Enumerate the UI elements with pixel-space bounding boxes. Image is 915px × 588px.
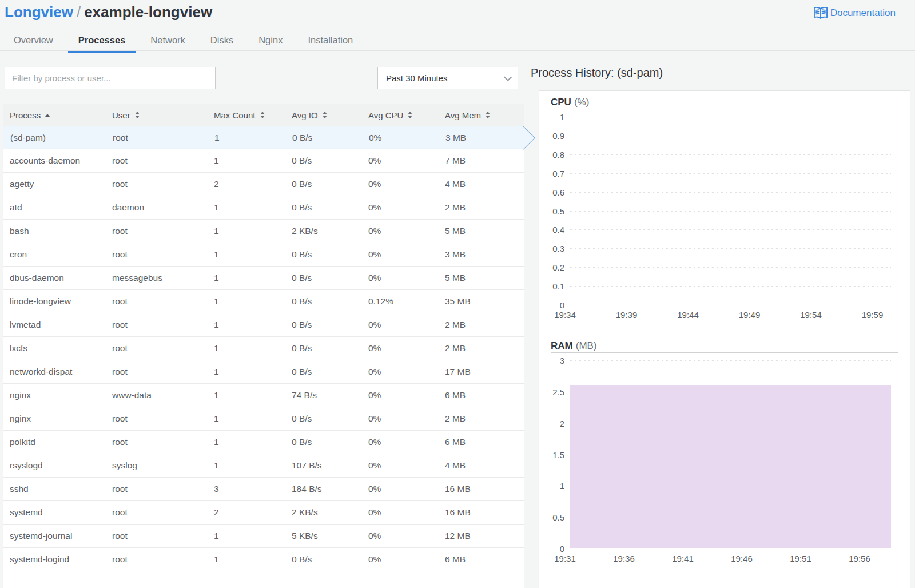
- cell-max_count: 1: [207, 390, 285, 400]
- table-row[interactable]: nginxwww-data174 B/s0%6 MB: [3, 384, 524, 407]
- cell-avg_mem: 4 MB: [438, 179, 517, 189]
- column-header-avg-mem[interactable]: Avg Mem: [438, 110, 517, 120]
- cell-user: www-data: [105, 390, 207, 400]
- triangle-up-icon: [45, 114, 50, 117]
- table-row[interactable]: polkitdroot10 B/s0%6 MB: [3, 431, 524, 454]
- cell-avg_io: 0 B/s: [285, 179, 361, 189]
- cell-user: root: [105, 156, 207, 166]
- cell-avg_io: 0 B/s: [285, 554, 361, 565]
- ram-chart-unit: (MB): [576, 340, 597, 352]
- table-row[interactable]: atddaemon10 B/s0%2 MB: [3, 196, 524, 220]
- y-tick-label: 0.4: [539, 225, 564, 235]
- table-row[interactable]: sshdroot3184 B/s0%16 MB: [3, 478, 524, 501]
- gridline: [570, 136, 891, 136]
- table-row[interactable]: linode-longviewroot10 B/s0.12%35 MB: [3, 290, 524, 313]
- x-tick-label: 19:41: [672, 554, 694, 563]
- cell-max_count: 3: [207, 484, 285, 494]
- cell-avg_cpu: 0%: [361, 390, 438, 400]
- table-row[interactable]: rsyslogdsyslog1107 B/s0%4 MB: [3, 454, 524, 478]
- tab-processes[interactable]: Processes: [68, 31, 136, 53]
- table-row[interactable]: bashroot12 KB/s0%5 MB: [3, 220, 524, 243]
- table-row[interactable]: agettyroot20 B/s0%4 MB: [3, 173, 524, 196]
- cell-user: messagebus: [105, 273, 207, 283]
- cell-avg_io: 0 B/s: [285, 273, 361, 283]
- cell-avg_io: 0 B/s: [285, 437, 361, 447]
- column-header-process[interactable]: Process: [3, 110, 105, 120]
- y-tick-label: 1: [539, 112, 564, 122]
- y-tick-label: 0.5: [539, 206, 564, 216]
- column-header-user[interactable]: User: [105, 110, 207, 120]
- cell-avg_io: 0 B/s: [285, 296, 361, 307]
- gridline: [570, 229, 891, 230]
- cell-max_count: 1: [207, 273, 285, 283]
- table-header-row: ProcessUserMax CountAvg IOAvg CPUAvg Mem: [3, 104, 524, 126]
- triangle-up-icon: [260, 112, 265, 114]
- x-tick-label: 19:39: [616, 310, 638, 320]
- cell-avg_cpu: 0%: [362, 133, 439, 143]
- tab-network[interactable]: Network: [140, 31, 196, 53]
- table-row[interactable]: systemdroot22 KB/s0%16 MB: [3, 501, 524, 525]
- cell-process: (sd-pam): [3, 133, 106, 143]
- table-row[interactable]: systemd-logindroot10 B/s0%6 MB: [3, 548, 524, 571]
- cell-max_count: 1: [207, 320, 285, 330]
- cell-avg_mem: 12 MB: [438, 531, 517, 541]
- sort-toggle-icon: [323, 112, 327, 118]
- y-tick-label: 0.2: [539, 263, 564, 272]
- cell-avg_cpu: 0%: [361, 156, 438, 166]
- cell-process: nginx: [3, 390, 105, 400]
- process-filter-input[interactable]: [5, 67, 216, 89]
- column-header-max-count[interactable]: Max Count: [207, 110, 285, 120]
- tab-overview[interactable]: Overview: [3, 31, 63, 53]
- gridline: [570, 117, 891, 117]
- column-label: Process: [10, 110, 41, 120]
- table-row[interactable]: (sd-pam)root10 B/s0%3 MB: [3, 126, 524, 149]
- tab-installation[interactable]: Installation: [297, 31, 363, 53]
- ram-x-axis: 19:3119:3619:4119:4619:5119:56: [565, 549, 910, 566]
- cell-user: root: [105, 226, 207, 236]
- table-row[interactable]: lxcfsroot10 B/s0%2 MB: [3, 337, 524, 360]
- cell-process: atd: [3, 202, 105, 213]
- y-tick-label: 1: [539, 481, 564, 491]
- documentation-label: Documentation: [830, 7, 896, 19]
- table-row[interactable]: accounts-daemonroot10 B/s0%7 MB: [3, 149, 524, 173]
- cell-avg_cpu: 0%: [361, 414, 438, 424]
- ram-chart-title: RAM: [551, 340, 573, 352]
- cell-avg_io: 0 B/s: [285, 133, 362, 143]
- cell-user: root: [105, 249, 207, 260]
- page-title: example-longview: [84, 3, 212, 21]
- cell-max_count: 2: [207, 507, 285, 518]
- cell-user: root: [106, 133, 208, 143]
- cell-process: systemd-journal: [3, 531, 105, 541]
- cell-avg_mem: 2 MB: [438, 202, 517, 213]
- table-body: (sd-pam)root10 B/s0%3 MBaccounts-daemonr…: [3, 126, 524, 571]
- cell-avg_io: 74 B/s: [285, 390, 361, 400]
- x-tick-label: 19:31: [554, 554, 576, 563]
- table-row[interactable]: systemd-journalroot15 KB/s0%12 MB: [3, 525, 524, 548]
- column-header-avg-io[interactable]: Avg IO: [285, 110, 361, 120]
- table-row[interactable]: dbus-daemonmessagebus10 B/s0%5 MB: [3, 267, 524, 290]
- table-row[interactable]: lvmetadroot10 B/s0%2 MB: [3, 313, 524, 337]
- cell-avg_mem: 7 MB: [438, 156, 517, 166]
- cell-process: rsyslogd: [3, 460, 105, 471]
- cpu-plot-area: 10.90.80.70.60.50.40.30.20.10: [570, 117, 891, 305]
- table-row[interactable]: nginxroot10 B/s0%2 MB: [3, 407, 524, 431]
- cell-avg_mem: 16 MB: [438, 507, 517, 518]
- time-range-select[interactable]: Past 30 Minutes: [377, 67, 518, 89]
- tab-disks[interactable]: Disks: [200, 31, 244, 53]
- cell-avg_mem: 3 MB: [438, 249, 517, 260]
- x-tick-label: 19:51: [790, 554, 811, 563]
- breadcrumb-longview-link[interactable]: Longview: [5, 3, 73, 21]
- y-tick-label: 0: [539, 544, 564, 554]
- table-row[interactable]: networkd-dispatroot10 B/s0%17 MB: [3, 360, 524, 384]
- triangle-down-icon: [486, 116, 490, 118]
- book-icon: [813, 6, 828, 20]
- table-row[interactable]: cronroot10 B/s0%3 MB: [3, 243, 524, 267]
- cell-max_count: 1: [207, 343, 285, 353]
- y-tick-label: 0.9: [539, 130, 564, 140]
- documentation-link[interactable]: Documentation: [813, 6, 896, 20]
- tab-nginx[interactable]: Nginx: [248, 31, 293, 53]
- cell-avg_mem: 2 MB: [438, 343, 517, 353]
- column-header-avg-cpu[interactable]: Avg CPU: [361, 110, 438, 120]
- tab-bar: OverviewProcessesNetworkDisksNginxInstal…: [3, 31, 363, 53]
- cell-max_count: 1: [207, 226, 285, 236]
